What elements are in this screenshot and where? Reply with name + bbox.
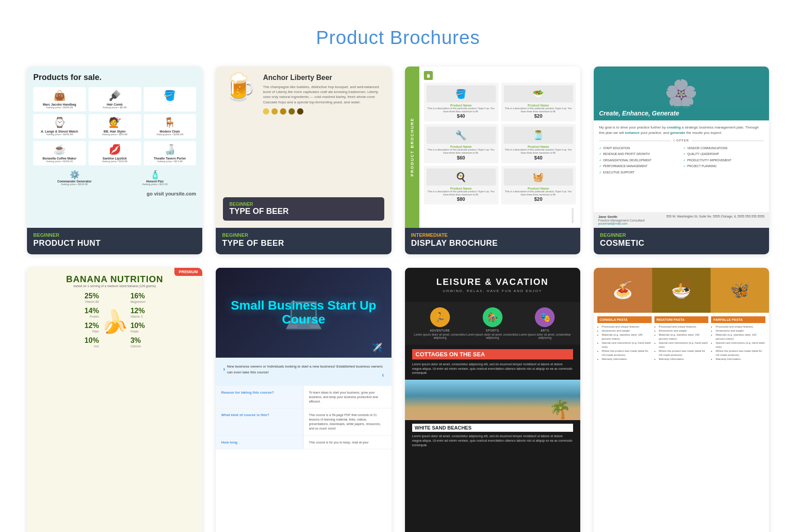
display-product-price: $20 [504,196,573,202]
pasta-feature-item: Materials (e.g. stainless steel, 100 per… [659,333,709,341]
cosmetic-contact-email: youremail@mail.com [598,222,645,225]
pasta-col-title: RIGATONI PASTA [654,316,709,323]
cosmetic-contact-name: Jane Smith [598,215,645,219]
display-product-price: $60 [427,155,496,160]
leisure-header-title: LEISURE & VACATION [414,277,571,287]
product-icon-chair: 🪑 [146,117,195,129]
display-product-image: 🪣 [427,85,496,102]
card-business-course[interactable]: 💻 Small Business Start Up Course ✈️ › Ne… [216,268,391,532]
leisure-adventure-icon: 🏃 [430,307,450,327]
display-product-name: Product Name [427,145,496,148]
pasta-feature-item: Special care instructions (e.g. hand was… [659,341,709,349]
product-price: Asking price • $29.99 [90,133,139,136]
leisure-beach-section: WHITE SAND BEACHES Lorem ipsum dolor sit… [405,420,580,451]
product-icon-generator: ⚙️ [70,170,80,179]
product-item: 🪑 Modern Chair Asking price • $299.99 [144,114,196,138]
product-name: — [146,103,195,106]
business-faq-question: Reason for taking this course? [216,386,303,408]
cosmetic-contact-address: 555 W. Washington St. Suite No. 5555 Chi… [666,215,765,225]
banana-stat-pct: 12% [84,322,99,329]
cosmetic-service-item: QUALITY LEADERSHIP [683,152,764,157]
beer-color-swatches [263,108,384,115]
card-product-hunt[interactable]: Products for sale. 👜 Marc Jacobs Handbag… [27,66,202,254]
display-product-name: Product Name [504,104,573,107]
leisure-section-text: Lorem ipsum dolor sit amet, consectetur … [412,362,573,375]
pasta-col-title: CONIGILA PASTA [597,316,652,323]
card-anchor-beer[interactable]: 🍺 Anchor Liberty Beer The champagne-like… [216,66,391,254]
display-row-3: 🍳 Product Name This is a description of … [424,166,576,204]
card-banana-nutrition[interactable]: PREMIUM BANANA NUTRITION based on 1 serv… [27,268,202,532]
leisure-icon-item: 🏃 ADVENTURE Lorem ipsum dolor sit amet, … [414,307,467,339]
banana-stat-pct: 25% [84,292,99,300]
product-price: Asking price • $159.00 [35,160,84,163]
product-name: BB. Hair Styler [90,130,139,133]
premium-badge: PREMIUM [174,268,203,276]
cosmetic-service-item: PROJECT PLANNING [683,164,764,169]
card-leisure-vacation[interactable]: LEISURE & VACATION UNWIND, RELAX, HAVE F… [405,268,580,532]
cosmetic-service-item: PERFORMANCE MANAGEMENT [599,164,680,169]
cosmetic-service-item: EXECUTIVE SUPPORT [599,170,680,175]
display-product-card: 🥗 Product Name This is a description of … [501,83,576,121]
banana-stat-label: Vitamin C [130,315,196,318]
display-product-image: 🫙 [504,127,573,144]
card-product-hunt-preview: Products for sale. 👜 Marc Jacobs Handbag… [27,66,202,228]
product-name: A. Lange & Stovol Watch [35,130,84,133]
pasta-img-rigatoni: 🍜 [652,268,711,313]
banana-stat-item: 25% Vitamin B6 [33,292,99,303]
beer-level-label: BEGINNER [229,202,378,207]
card-beer-footer: BEGINNER TYPE OF BEER [216,228,391,254]
product-name: Santine Lipstick [90,157,139,160]
leisure-beach-image: 🌴 [405,380,580,420]
banana-stats-left: 25% Vitamin B6 14% Protein 12% Fiber 10%… [33,292,99,351]
beer-bottom-section: BEGINNER TYPE OF BEER [223,197,384,221]
product-icon-watch: ⌚ [35,117,84,129]
banana-stat-pct: 3% [130,337,141,344]
leisure-cottages-section: COTTAGES ON THE SEA Lorem ipsum dolor si… [405,345,580,380]
card-cosmetic[interactable]: 🌸 Create, Enhance, Generate My goal is t… [594,66,769,254]
card-pasta-brochure[interactable]: 🍝 🍜 🦋 CONIGILA PASTA Processed and uniqu… [594,268,769,532]
leisure-icon-item: 🎭 ARTS Lorem ipsum dolor sit amet, conse… [519,307,571,339]
pasta-feature-item: Warranty information. [659,357,709,361]
cosmetic-services-list: STAFF EDUCATION VENDOR COMMUNICATIONS RE… [599,146,764,175]
business-hero-text: Small Business Start Up Course [216,299,391,327]
angle-right-icon: ‹ [382,370,384,380]
pasta-feature-item: Materials (e.g. stainless steel, 100 per… [716,333,765,341]
product-item: ☕ Bonavita Coffee Maker Asking price • $… [33,141,86,165]
banana-nutrition-sub: based on 1 serving of a medium sized ban… [33,284,196,288]
cosmetic-divider: I OFFER [599,138,764,143]
banana-stat-pct: 10% [84,337,99,344]
card-level-label: BEGINNER [600,232,763,238]
display-product-card: 🪣 Product Name This is a description of … [424,83,498,121]
display-product-price: $40 [427,113,496,119]
card-display-brochure[interactable]: Product Brochure 📋 🪣 Product Name This i… [405,66,580,254]
cosmetic-service-item: VENDOR COMMUNICATIONS [683,146,764,151]
cosmetic-intro: My goal is to drive your practice furthe… [599,125,764,136]
card-beer-preview: 🍺 Anchor Liberty Beer The champagne-like… [216,66,391,228]
card-title: DISPLAY BROCHURE [411,239,574,248]
display-product-name: Product Name [427,187,496,190]
beer-top-section: 🍺 Anchor Liberty Beer The champagne-like… [223,74,384,115]
card-level-label: BEGINNER [33,232,196,238]
card-level-label: INTERMEDIATE [411,232,574,238]
display-product-desc: This is a description of this particular… [427,190,496,196]
display-product-name: Product Name [504,187,573,190]
banana-stat-pct: 16% [130,292,145,300]
pasta-feature-item: Dimensions and weight. [659,329,709,333]
card-display-preview: Product Brochure 📋 🪣 Product Name This i… [405,66,580,228]
leisure-beach-text: Lorem ipsum dolor sit amet, consectetur … [412,434,573,447]
business-faq-answer: This course is a 56-page PDF that consis… [303,408,391,435]
product-price: Asking price • $19.99 [90,160,139,163]
banana-stat-pct: 14% [84,307,99,315]
banana-stat-item: 12% Fiber [33,322,99,333]
leisure-header-subtitle: UNWIND, RELAX, HAVE FUN AND ENJOY [414,289,571,293]
leisure-icons-row: 🏃 ADVENTURE Lorem ipsum dolor sit amet, … [405,302,580,345]
card-cosmetic-footer: BEGINNER COSMETIC [594,228,769,254]
product-price: Asking price • $9.99 [90,106,139,109]
beer-mug-icon: 🍺 [223,74,257,101]
pasta-col-farfalle: FARFALLE PASTA Processed and unique feat… [711,316,765,532]
cosmetic-header: 🌸 Create, Enhance, Generate [594,66,769,120]
product-hunt-footer: go visit yoursite.com [33,191,196,196]
business-faq-item: Reason for taking this course? To learn … [216,386,391,408]
cosmetic-contact-title: Practice Management Consultant [598,219,645,222]
business-hero-plane-icon: ✈️ [371,342,382,353]
